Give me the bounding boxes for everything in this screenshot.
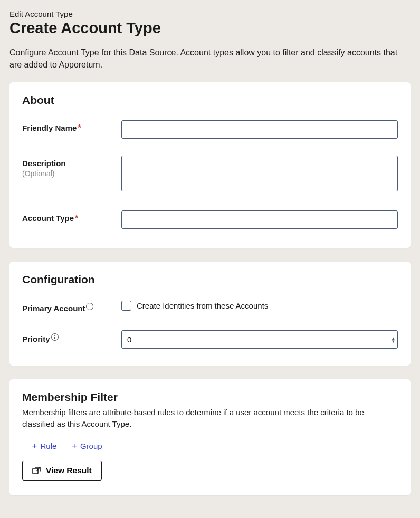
priority-input[interactable] — [121, 330, 398, 349]
description-input[interactable] — [121, 156, 398, 191]
page-description: Configure Account Type for this Data Sou… — [9, 46, 411, 71]
description-label: Description — [22, 159, 66, 168]
primary-account-checkbox-label: Create Identities from these Accounts — [137, 301, 268, 310]
stepper-down-icon[interactable]: ▾ — [392, 340, 395, 343]
primary-account-label: Primary Account — [22, 304, 85, 313]
membership-filter-heading: Membership Filter — [22, 391, 398, 404]
configuration-section: Configuration Primary Accounti Create Id… — [9, 262, 411, 366]
view-result-label: View Result — [46, 466, 92, 475]
add-rule-button[interactable]: + Rule — [32, 442, 56, 451]
add-rule-label: Rule — [41, 442, 57, 450]
friendly-name-label: Friendly Name — [22, 123, 77, 132]
required-marker: * — [78, 123, 81, 132]
plus-icon: + — [32, 442, 37, 451]
description-field: Description (Optional) — [22, 156, 398, 194]
friendly-name-input[interactable] — [121, 120, 398, 139]
optional-text: (Optional) — [22, 169, 121, 178]
view-result-button[interactable]: View Result — [22, 461, 102, 481]
about-heading: About — [22, 94, 398, 107]
svg-rect-0 — [33, 468, 38, 474]
priority-label: Priority — [22, 334, 50, 343]
account-type-input[interactable] — [121, 210, 398, 229]
account-type-field: Account Type* — [22, 210, 398, 229]
membership-filter-section: Membership Filter Membership filters are… — [9, 379, 411, 495]
primary-account-checkbox[interactable] — [121, 301, 131, 311]
breadcrumb: Edit Account Type — [9, 9, 411, 18]
about-section: About Friendly Name* Description (Option… — [9, 82, 411, 248]
required-marker: * — [75, 214, 78, 223]
add-group-label: Group — [80, 442, 102, 450]
info-icon[interactable]: i — [51, 333, 59, 341]
priority-field: Priorityi ▴ ▾ — [22, 330, 398, 349]
info-icon[interactable]: i — [86, 303, 93, 310]
account-type-label: Account Type — [22, 214, 74, 223]
popout-icon — [32, 467, 41, 474]
add-group-button[interactable]: + Group — [71, 442, 102, 451]
friendly-name-field: Friendly Name* — [22, 120, 398, 139]
primary-account-field: Primary Accounti Create Identities from … — [22, 300, 398, 313]
plus-icon: + — [71, 442, 77, 451]
configuration-heading: Configuration — [22, 273, 398, 286]
page-title: Create Account Type — [9, 20, 411, 37]
membership-filter-description: Membership filters are attribute-based r… — [22, 407, 398, 430]
stepper-arrows: ▴ ▾ — [392, 337, 395, 343]
